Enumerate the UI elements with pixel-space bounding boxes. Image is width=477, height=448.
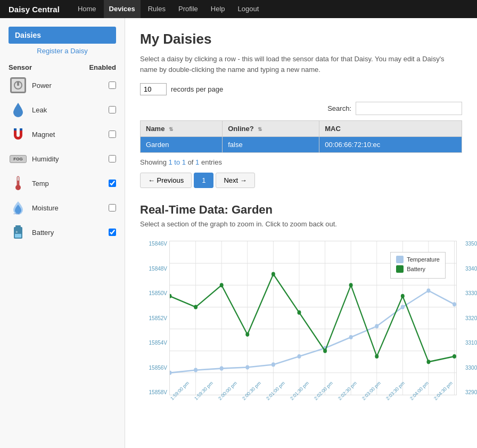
sidebar: Daisies Register a Daisy Sensor Enabled … (0, 18, 125, 448)
navbar: Daisy Central Home Devices Rules Profile… (0, 0, 477, 18)
legend-temperature: Temperature (396, 256, 440, 263)
svg-point-31 (220, 366, 224, 371)
moisture-icon: ~~~ (9, 198, 28, 217)
nav-rules[interactable]: Rules (143, 0, 171, 18)
daisies-table: Name ⇅ Online? ⇅ MAC Garden false 0 (140, 120, 462, 153)
chart-legend: Temperature Battery (390, 252, 446, 279)
sensor-header-name: Sensor (9, 63, 32, 71)
temp-checkbox[interactable] (109, 180, 116, 187)
svg-point-36 (349, 335, 353, 339)
register-daisy-link[interactable]: Register a Daisy (9, 47, 116, 55)
nav-help[interactable]: Help (205, 0, 231, 18)
temp-label: Temp (32, 180, 109, 188)
showing-text: Showing 1 to 1 of 1 entries (140, 158, 462, 166)
legend-battery: Battery (396, 265, 440, 273)
svg-point-45 (272, 272, 275, 276)
svg-point-34 (297, 354, 301, 359)
main-content: My Daisies Select a daisy by clicking a … (125, 18, 477, 448)
page-description: Select a daisy by clicking a row - this … (140, 54, 462, 75)
svg-point-40 (453, 302, 456, 306)
chart-container[interactable]: 15858V 15856V 15854V 15852V 15850V 15848… (140, 235, 462, 427)
svg-point-32 (245, 365, 249, 369)
svg-point-50 (401, 294, 405, 298)
cell-online: false (223, 137, 319, 153)
power-checkbox[interactable] (109, 82, 116, 89)
next-button[interactable]: Next → (216, 173, 254, 188)
svg-point-47 (323, 349, 327, 353)
sensor-humidity: FOG Humidity (9, 149, 116, 168)
page-1-button[interactable]: 1 (194, 173, 213, 188)
nav-items: Home Devices Rules Profile Help Logout (72, 0, 264, 18)
svg-point-41 (170, 294, 171, 298)
svg-rect-8 (15, 225, 21, 227)
showing-range: 1 to 1 (168, 158, 186, 166)
fog-icon: FOG (9, 149, 28, 168)
battery-icon: + (9, 223, 28, 242)
nav-profile[interactable]: Profile (173, 0, 203, 18)
power-label: Power (32, 82, 109, 89)
svg-point-44 (245, 332, 249, 337)
brand: Daisy Central (9, 5, 60, 14)
col-name[interactable]: Name ⇅ (141, 121, 223, 137)
x-axis: 1:59:00 pm 1:59:30 pm 2:00:00 pm 2:00:30… (169, 395, 457, 427)
magnet-checkbox[interactable] (109, 131, 116, 138)
pagination: ← Previous 1 Next → (140, 173, 462, 188)
svg-point-42 (194, 305, 198, 309)
moisture-checkbox[interactable] (109, 204, 116, 211)
sensor-battery: + Battery (9, 223, 116, 242)
svg-point-39 (426, 288, 430, 292)
daisies-button[interactable]: Daisies (9, 27, 116, 44)
sensor-temp: Temp (9, 174, 116, 193)
svg-point-43 (220, 283, 224, 287)
moisture-label: Moisture (32, 204, 109, 212)
svg-rect-2 (14, 128, 17, 131)
temp-icon (9, 174, 28, 193)
leak-icon (9, 100, 28, 119)
svg-point-49 (375, 354, 379, 359)
search-row: Search: (140, 102, 462, 115)
battery-legend-label: Battery (407, 266, 425, 272)
page-title: My Daisies (140, 31, 462, 47)
table-row[interactable]: Garden false 00:06:66:72:10:ec (141, 137, 462, 153)
sensor-magnet: Magnet (9, 125, 116, 144)
sensor-header-enabled: Enabled (89, 63, 116, 71)
nav-home[interactable]: Home (72, 0, 102, 18)
battery-color-swatch (396, 265, 404, 273)
search-input[interactable] (356, 102, 462, 115)
svg-point-30 (194, 368, 198, 372)
magnet-icon (9, 125, 28, 144)
y-axis-right: 3290F 3300F 3310F 3320F 3330F 3340F 3350… (463, 241, 477, 395)
battery-checkbox[interactable] (109, 229, 116, 236)
cell-name: Garden (141, 137, 223, 153)
fog-icon-shape: FOG (10, 155, 27, 163)
humidity-checkbox[interactable] (109, 155, 116, 162)
cell-mac: 00:06:66:72:10:ec (319, 137, 462, 153)
online-sort-icon: ⇅ (258, 126, 262, 132)
svg-rect-3 (20, 128, 22, 131)
sensor-header: Sensor Enabled (9, 63, 116, 71)
leak-label: Leak (32, 106, 109, 114)
chart-inner[interactable]: Temperature Battery (169, 241, 457, 395)
prev-button[interactable]: ← Previous (140, 173, 192, 188)
records-per-page-input[interactable] (140, 83, 167, 95)
svg-rect-1 (17, 82, 19, 86)
col-mac[interactable]: MAC (319, 121, 462, 137)
svg-text:~~~: ~~~ (13, 212, 20, 215)
sensor-moisture: ~~~ Moisture (9, 198, 116, 217)
svg-point-46 (297, 311, 301, 315)
battery-label: Battery (32, 229, 109, 237)
humidity-label: Humidity (32, 155, 109, 163)
svg-rect-6 (18, 181, 19, 187)
svg-point-52 (453, 354, 456, 359)
leak-checkbox[interactable] (109, 106, 116, 113)
svg-point-51 (426, 360, 430, 364)
zoom-hint: Select a section of the graph to zoom in… (140, 220, 462, 228)
records-row: records per page (140, 83, 462, 95)
nav-devices[interactable]: Devices (104, 0, 141, 18)
svg-point-33 (272, 362, 275, 366)
y-axis-left: 15858V 15856V 15854V 15852V 15850V 15848… (140, 241, 169, 395)
search-label: Search: (327, 104, 351, 112)
nav-logout[interactable]: Logout (233, 0, 265, 18)
sensor-leak: Leak (9, 100, 116, 119)
col-online[interactable]: Online? ⇅ (223, 121, 319, 137)
